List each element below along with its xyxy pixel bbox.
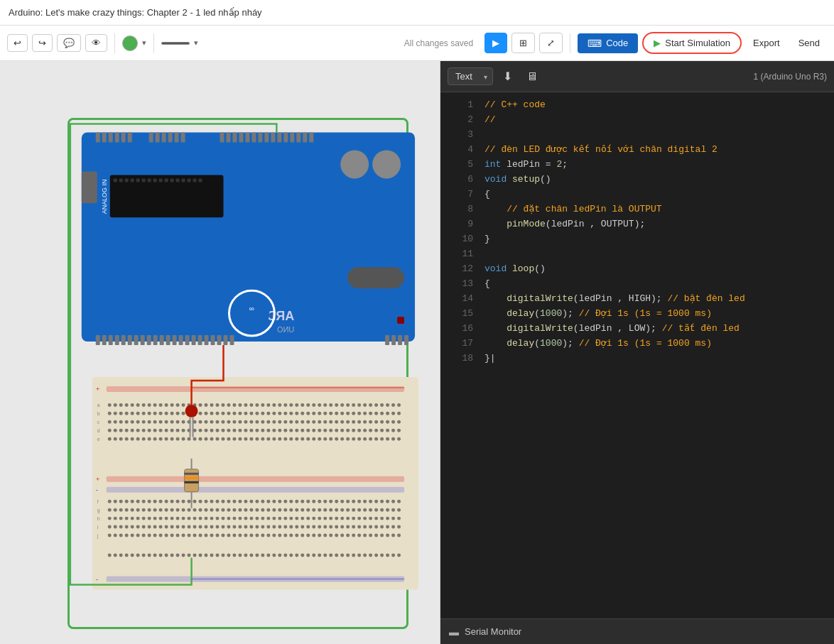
undo-button[interactable]: ↩ — [7, 34, 28, 52]
svg-text:a: a — [97, 403, 100, 408]
svg-rect-163 — [159, 412, 163, 415]
svg-rect-177 — [238, 412, 242, 415]
svg-rect-508 — [346, 517, 350, 520]
svg-rect-329 — [216, 437, 220, 441]
text-mode-dropdown[interactable]: Text — [448, 67, 493, 85]
svg-rect-293 — [306, 429, 310, 432]
svg-rect-254 — [380, 420, 384, 424]
svg-rect-74 — [205, 335, 209, 345]
svg-rect-21 — [258, 133, 262, 143]
serial-monitor-label: Serial Monitor — [465, 626, 521, 637]
svg-rect-656 — [300, 554, 304, 557]
svg-text:e: e — [97, 437, 100, 442]
serial-icon-button[interactable]: 🖥 — [522, 67, 542, 86]
download-button[interactable]: ⬇ — [499, 67, 516, 86]
svg-rect-231 — [249, 420, 253, 424]
code-icon: ⌨ — [587, 38, 602, 49]
canvas-area[interactable]: ANALOG IN POWER — [0, 61, 440, 644]
svg-rect-306 — [380, 429, 384, 432]
export-button[interactable]: Export — [746, 33, 787, 53]
svg-rect-45 — [188, 178, 191, 182]
svg-rect-575 — [136, 534, 140, 537]
svg-rect-212 — [142, 420, 146, 424]
line-style-picker[interactable] — [161, 42, 190, 45]
svg-rect-491 — [249, 517, 253, 520]
dropdown-arrow-line[interactable]: ▾ — [194, 38, 198, 48]
video-icon-button[interactable]: ▶ — [484, 33, 507, 53]
svg-rect-650 — [266, 554, 270, 557]
svg-rect-594 — [244, 534, 247, 537]
svg-rect-399 — [318, 500, 321, 503]
comment-button[interactable]: 💬 — [57, 34, 81, 52]
text-mode-dropdown-wrapper[interactable]: Text ▾ — [448, 67, 493, 85]
line-number: 18 — [452, 351, 473, 366]
svg-rect-600 — [278, 534, 281, 537]
separator-1 — [114, 33, 115, 53]
svg-rect-287 — [272, 429, 276, 432]
svg-rect-582 — [176, 534, 180, 537]
svg-rect-65 — [147, 335, 151, 345]
svg-rect-186 — [289, 412, 293, 415]
svg-rect-471 — [136, 517, 140, 520]
table-icon-button[interactable]: ⊞ — [511, 33, 535, 53]
svg-rect-428 — [188, 508, 191, 512]
svg-rect-410 — [380, 500, 384, 503]
svg-rect-279 — [227, 429, 230, 432]
view-button[interactable]: 👁 — [85, 34, 107, 52]
undo-icon: ↩ — [13, 38, 21, 48]
svg-rect-321 — [170, 437, 174, 441]
svg-rect-244 — [323, 420, 327, 424]
svg-rect-271 — [182, 429, 185, 432]
start-simulation-button[interactable]: ▶ Start Simulation — [642, 32, 742, 54]
code-editor[interactable]: 1// C++ code2//34// đèn LED được kết nối… — [440, 92, 834, 618]
svg-rect-225 — [216, 420, 220, 424]
svg-rect-170 — [199, 412, 202, 415]
svg-rect-308 — [391, 429, 395, 432]
svg-rect-531 — [182, 525, 185, 529]
svg-rect-548 — [278, 525, 281, 529]
svg-rect-624 — [119, 554, 123, 557]
svg-rect-386 — [244, 500, 247, 503]
svg-rect-368 — [142, 500, 146, 503]
code-button[interactable]: ⌨ Code — [578, 33, 638, 53]
svg-rect-499 — [295, 517, 298, 520]
svg-rect-80 — [391, 335, 396, 345]
redo-button[interactable]: ↪ — [32, 34, 53, 52]
svg-rect-72 — [192, 335, 196, 345]
svg-rect-277 — [216, 429, 220, 432]
svg-rect-150 — [380, 403, 384, 407]
svg-rect-544 — [255, 525, 259, 529]
svg-rect-282 — [244, 429, 247, 432]
svg-text:b: b — [97, 411, 100, 416]
send-button[interactable]: Send — [791, 33, 827, 53]
svg-rect-209 — [125, 420, 129, 424]
svg-rect-236 — [278, 420, 281, 424]
svg-rect-333 — [238, 437, 242, 441]
line-content: // đèn LED được kết nối với chân digital… — [484, 143, 823, 158]
expand-icon-button[interactable]: ⤢ — [539, 33, 563, 53]
svg-rect-543 — [249, 525, 253, 529]
svg-rect-437 — [238, 508, 242, 512]
dropdown-arrow-color[interactable]: ▾ — [142, 38, 146, 48]
svg-rect-284 — [255, 429, 259, 432]
color-picker[interactable] — [122, 36, 138, 51]
serial-monitor-bar[interactable]: ▬ Serial Monitor — [440, 618, 834, 644]
svg-rect-171 — [205, 412, 208, 415]
svg-rect-593 — [238, 534, 242, 537]
code-line: 10} — [440, 232, 834, 247]
svg-rect-569 — [397, 525, 401, 529]
svg-rect-602 — [289, 534, 293, 537]
svg-rect-347 — [318, 437, 321, 441]
svg-rect-290 — [289, 429, 293, 432]
svg-rect-466 — [108, 517, 112, 520]
svg-rect-513 — [374, 517, 378, 520]
code-line: 17 delay(1000); // Đợi 1s (1s = 1000 ms) — [440, 337, 834, 351]
code-panel: Text ▾ ⬇ 🖥 1 (Arduino Uno R3) 1// C++ co… — [440, 61, 834, 644]
svg-rect-323 — [182, 437, 185, 441]
svg-rect-373 — [170, 500, 174, 503]
svg-rect-670 — [380, 554, 384, 557]
svg-rect-644 — [232, 554, 236, 557]
svg-rect-344 — [300, 437, 304, 441]
line-content: } — [484, 232, 823, 247]
svg-rect-133 — [283, 403, 287, 407]
